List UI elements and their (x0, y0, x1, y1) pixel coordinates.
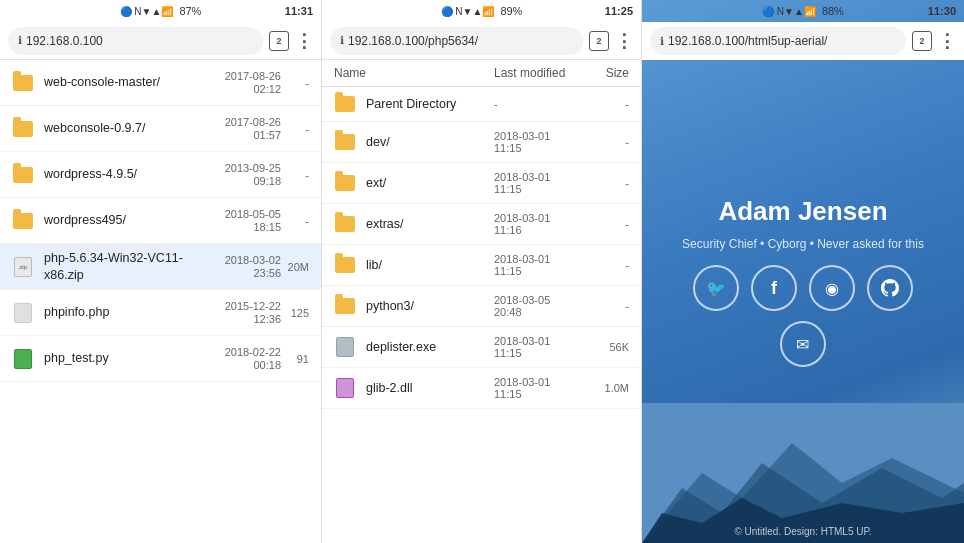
file-meta: 2018-05-0518:15 (225, 208, 281, 233)
mid-lock-icon: ℹ (340, 34, 344, 47)
aerial-page: 🔵 N▼▲📶 88% 11:30 ℹ 192.168.0.100/html5up… (642, 0, 964, 543)
col-name: Name (334, 66, 494, 80)
mountain-bg (642, 403, 964, 543)
file-size: - (604, 259, 629, 271)
aerial-footer: © Untitled. Design: HTML5 UP. (642, 526, 964, 537)
file-name: lib/ (366, 258, 494, 272)
aerial-person-subtitle: Security Chief • Cyborg • Never asked fo… (682, 237, 924, 251)
file-name: wordpress495/ (44, 212, 225, 228)
file-name: web-console-master/ (44, 74, 225, 90)
folder-icon (334, 95, 356, 113)
file-modified: 2018-03-0111:15 (494, 171, 604, 195)
list-item[interactable]: glib-2.dll 2018-03-0111:15 1.0M (322, 368, 641, 409)
list-item[interactable]: zip php-5.6.34-Win32-VC11-x86.zip 2018-0… (0, 244, 321, 290)
file-name: wordpress-4.9.5/ (44, 166, 225, 182)
file-size: - (604, 136, 629, 148)
mid-tab-icon[interactable]: 2 (589, 31, 609, 51)
right-tab-icon[interactable]: 2 (912, 31, 932, 51)
file-name: php-5.6.34-Win32-VC11-x86.zip (44, 250, 225, 283)
left-status-bar: 🔵 N▼▲📶 87% 11:31 (0, 0, 321, 22)
right-panel: 🔵 N▼▲📶 88% 11:30 ℹ 192.168.0.100/html5up… (642, 0, 964, 543)
py-icon (12, 350, 34, 368)
file-name: dev/ (366, 135, 494, 149)
folder-icon (334, 256, 356, 274)
mid-status-icons: 🔵 N▼▲📶 (441, 6, 495, 17)
list-item[interactable]: extras/ 2018-03-0111:16 - (322, 204, 641, 245)
left-panel: 🔵 N▼▲📶 87% 11:31 ℹ 192.168.0.100 2 ⋮ web… (0, 0, 322, 543)
file-modified: 2018-03-0111:15 (494, 130, 604, 154)
email-button[interactable]: ✉ (780, 321, 826, 367)
right-battery: 88% (822, 5, 844, 17)
mid-battery: 89% (500, 5, 522, 17)
file-modified: 2018-03-0111:15 (494, 335, 604, 359)
mid-address-field[interactable]: ℹ 192.168.0.100/php5634/ (330, 27, 583, 55)
file-meta: 2018-02-2200:18 (225, 346, 281, 371)
list-item[interactable]: ext/ 2018-03-0111:15 - (322, 163, 641, 204)
aerial-content: Adam Jensen Security Chief • Cyborg • Ne… (682, 196, 924, 367)
file-name: deplister.exe (366, 340, 494, 354)
mid-file-name-cell: dev/ (334, 133, 494, 151)
file-size: - (281, 215, 309, 227)
list-item[interactable]: lib/ 2018-03-0111:15 - (322, 245, 641, 286)
file-meta: 2017-08-2601:57 (225, 116, 281, 141)
mid-address-text: 192.168.0.100/php5634/ (348, 34, 478, 48)
file-meta: 2013-09-2509:18 (225, 162, 281, 187)
mid-more-button[interactable]: ⋮ (615, 32, 633, 50)
left-battery: 87% (179, 5, 201, 17)
file-size: - (604, 300, 629, 312)
file-name: python3/ (366, 299, 494, 313)
file-name: ext/ (366, 176, 494, 190)
list-item[interactable]: wordpress-4.9.5/ 2013-09-2509:18 - (0, 152, 321, 198)
file-size: - (604, 98, 629, 110)
twitter-button[interactable]: 🐦 (693, 265, 739, 311)
dll-icon (334, 379, 356, 397)
list-item[interactable]: php_test.py 2018-02-2200:18 91 (0, 336, 321, 382)
right-address-bar: ℹ 192.168.0.100/html5up-aerial/ 2 ⋮ (642, 22, 964, 60)
facebook-button[interactable]: f (751, 265, 797, 311)
right-address-text: 192.168.0.100/html5up-aerial/ (668, 34, 827, 48)
file-name: extras/ (366, 217, 494, 231)
list-item[interactable]: web-console-master/ 2017-08-2602:12 - (0, 60, 321, 106)
file-meta: 2017-08-2602:12 (225, 70, 281, 95)
dribbble-button[interactable]: ◉ (809, 265, 855, 311)
mid-file-list: Parent Directory - - dev/ 2018-03-0111:1… (322, 87, 641, 543)
list-item[interactable]: python3/ 2018-03-0520:48 - (322, 286, 641, 327)
right-lock-icon: ℹ (660, 35, 664, 48)
file-size: 1.0M (604, 382, 629, 394)
folder-icon (12, 74, 34, 92)
left-address-field[interactable]: ℹ 192.168.0.100 (8, 27, 263, 55)
left-status-icons: 🔵 N▼▲📶 (120, 6, 174, 17)
list-item[interactable]: wordpress495/ 2018-05-0518:15 - (0, 198, 321, 244)
mid-table-header: Name Last modified Size (322, 60, 641, 87)
github-button[interactable] (867, 265, 913, 311)
right-more-button[interactable]: ⋮ (938, 32, 956, 50)
folder-icon (12, 212, 34, 230)
folder-icon (334, 174, 356, 192)
mid-time: 11:25 (605, 5, 633, 17)
list-item[interactable]: Parent Directory - - (322, 87, 641, 122)
left-lock-icon: ℹ (18, 34, 22, 47)
mid-file-name-cell: glib-2.dll (334, 379, 494, 397)
file-modified: 2018-03-0111:15 (494, 253, 604, 277)
file-name: php_test.py (44, 350, 225, 366)
list-item[interactable]: dev/ 2018-03-0111:15 - (322, 122, 641, 163)
right-status-bar: 🔵 N▼▲📶 88% 11:30 (642, 0, 964, 22)
right-address-field[interactable]: ℹ 192.168.0.100/html5up-aerial/ (650, 27, 906, 55)
list-item[interactable]: webconsole-0.9.7/ 2017-08-2601:57 - (0, 106, 321, 152)
left-tab-icon[interactable]: 2 (269, 31, 289, 51)
zip-icon: zip (12, 258, 34, 276)
left-more-button[interactable]: ⋮ (295, 32, 313, 50)
file-modified: - (494, 98, 604, 110)
social-row-2: ✉ (780, 321, 826, 367)
file-size: - (281, 123, 309, 135)
file-name: Parent Directory (366, 97, 494, 111)
file-size: - (281, 169, 309, 181)
mid-file-name-cell: lib/ (334, 256, 494, 274)
mid-file-name-cell: python3/ (334, 297, 494, 315)
mid-file-name-cell: Parent Directory (334, 95, 494, 113)
list-item[interactable]: phpinfo.php 2015-12-2212:36 125 (0, 290, 321, 336)
list-item[interactable]: deplister.exe 2018-03-0111:15 56K (322, 327, 641, 368)
mid-status-bar: 🔵 N▼▲📶 89% 11:25 (322, 0, 641, 22)
left-file-list: web-console-master/ 2017-08-2602:12 - we… (0, 60, 321, 543)
file-name: webconsole-0.9.7/ (44, 120, 225, 136)
